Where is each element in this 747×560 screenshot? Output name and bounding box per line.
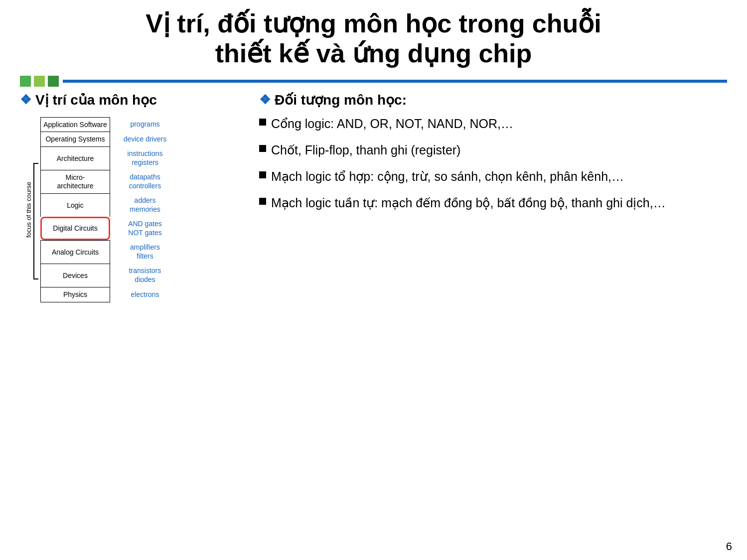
stack-cell-left: Operating Systems (40, 132, 110, 146)
stack-cell-left: Micro-architecture (40, 170, 110, 193)
diamond-icon-right: ❖ (259, 92, 271, 108)
bullet-item: Chốt, Flip-flop, thanh ghi (register) (259, 141, 727, 159)
stack-cell-right: programs (110, 117, 180, 132)
bullet-list: Cổng logic: AND, OR, NOT, NAND, NOR,…Chố… (259, 115, 727, 212)
stack-cell-left: Architecture (40, 146, 110, 170)
stack-cell-left: Devices (40, 264, 110, 287)
left-section-title: ❖ Vị trí của môn học (20, 92, 249, 108)
stack-row: Physicselectrons (40, 287, 249, 302)
stack-cell-left: Analog Circuits (40, 240, 110, 264)
diamond-icon: ❖ (20, 92, 31, 108)
stack-cell-left: Digital Circuits (40, 217, 110, 240)
bullet-item: Mạch logic tổ hợp: cộng, trừ, so sánh, c… (259, 168, 727, 185)
stack-table: Application SoftwareprogramsOperating Sy… (40, 117, 249, 302)
bullet-square-icon (259, 171, 266, 178)
stack-row: Logicaddersmemories (40, 193, 249, 217)
stack-cell-right: instructionsregisters (110, 146, 180, 170)
side-label-container: focus of this course (25, 117, 38, 302)
bullet-square-icon (259, 198, 266, 205)
stack-row: Digital CircuitsAND gatesNOT gates (40, 217, 249, 240)
stack-row: Micro-architecturedatapathscontrollers (40, 170, 249, 193)
bullet-square-icon (259, 119, 266, 126)
side-label: focus of this course (25, 182, 32, 238)
title-area: Vị trí, đối tượng môn học trong chuỗi th… (0, 0, 747, 73)
page-num-text: 6 (726, 540, 732, 553)
stack-cell-right: transistorsdiodes (110, 264, 180, 287)
stack-cell-right: device drivers (110, 132, 180, 146)
stack-cell-right: amplifiersfilters (110, 240, 180, 264)
stack-row: Operating Systemsdevice drivers (40, 132, 249, 146)
bracket (33, 163, 38, 280)
stack-cell-right: datapathscontrollers (110, 170, 180, 193)
stack-cell-right: electrons (110, 287, 180, 302)
bullet-square-icon (259, 145, 266, 152)
page-number: 6 (726, 540, 732, 553)
stack-row: Architectureinstructionsregisters (40, 146, 249, 170)
right-heading: Đối tượng môn học: (275, 92, 407, 108)
stack-cell-left: Application Software (40, 117, 110, 132)
title-line1: Vị trí, đối tượng môn học trong chuỗi (146, 9, 601, 38)
bullet-text: Mạch logic tuần tự: mạch đếm đồng bộ, bấ… (271, 194, 666, 212)
stack-cell-left: Physics (40, 287, 110, 302)
bullet-item: Mạch logic tuần tự: mạch đếm đồng bộ, bấ… (259, 194, 727, 212)
right-column: ❖ Đối tượng môn học: Cổng logic: AND, OR… (259, 92, 727, 302)
content-area: ❖ Vị trí của môn học focus of this cours… (0, 87, 747, 307)
stack-cell-right: addersmemories (110, 193, 180, 217)
title-decoration (20, 76, 747, 87)
colored-squares (20, 76, 59, 87)
square-olive (34, 76, 45, 87)
main-title: Vị trí, đối tượng môn học trong chuỗi th… (20, 9, 727, 69)
square-darkgreen (48, 76, 59, 87)
blue-line (63, 80, 727, 83)
bullet-text: Mạch logic tổ hợp: cộng, trừ, so sánh, c… (271, 168, 624, 185)
bullet-item: Cổng logic: AND, OR, NOT, NAND, NOR,… (259, 115, 727, 133)
title-line2: thiết kế và ứng dụng chip (215, 39, 532, 68)
bullet-text: Cổng logic: AND, OR, NOT, NAND, NOR,… (271, 115, 513, 133)
stack-row: Analog Circuitsamplifiersfilters (40, 240, 249, 264)
stack-row: Application Softwareprograms (40, 117, 249, 132)
left-column: ❖ Vị trí của môn học focus of this cours… (20, 92, 249, 302)
right-section-title: ❖ Đối tượng môn học: (259, 92, 727, 108)
stack-wrapper: focus of this course Application Softwar… (25, 117, 249, 302)
bullet-text: Chốt, Flip-flop, thanh ghi (register) (271, 141, 460, 159)
stack-row: Devicestransistorsdiodes (40, 264, 249, 287)
stack-cell-left: Logic (40, 193, 110, 217)
square-green (20, 76, 31, 87)
stack-cell-right: AND gatesNOT gates (110, 217, 180, 240)
left-heading: Vị trí của môn học (35, 92, 157, 108)
